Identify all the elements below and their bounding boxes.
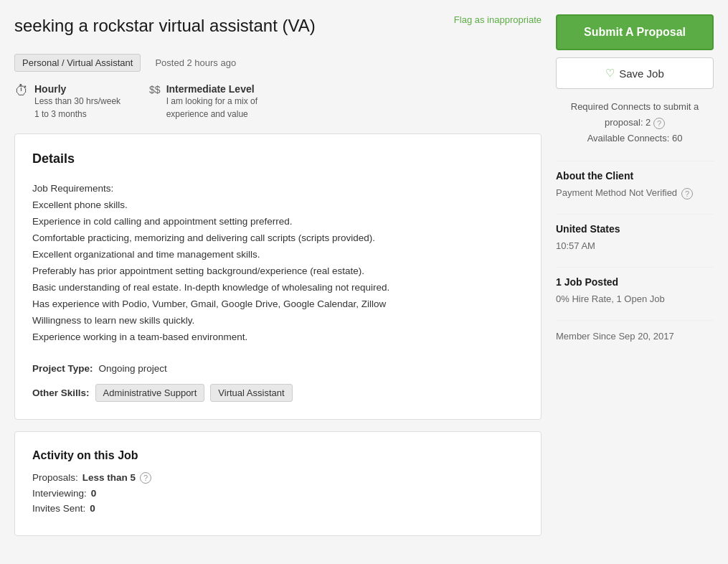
- local-time: 10:57 AM: [556, 239, 714, 254]
- location-section: United States 10:57 AM: [556, 223, 714, 254]
- about-client-title: About the Client: [556, 170, 714, 182]
- project-type-row: Project Type: Ongoing project: [32, 363, 524, 374]
- invites-value: 0: [90, 503, 95, 514]
- activity-card: Activity on this Job Proposals: Less tha…: [14, 431, 542, 536]
- flag-link[interactable]: Flag as inappropriate: [454, 14, 542, 25]
- sidebar: Submit A Proposal ♡ Save Job Required Co…: [556, 14, 714, 536]
- duration-line2: 1 to 3 months: [34, 108, 120, 121]
- submit-proposal-button[interactable]: Submit A Proposal: [556, 14, 714, 50]
- activity-title: Activity on this Job: [32, 449, 524, 462]
- proposals-row: Proposals: Less than 5 ?: [32, 472, 524, 484]
- level-label: Intermediate Level: [166, 83, 257, 95]
- invites-label: Invites Sent:: [32, 503, 85, 514]
- proposals-value: Less than 5: [82, 472, 136, 483]
- level-desc-line1: I am looking for a mix of: [166, 95, 257, 108]
- about-client-section: About the Client Payment Method Not Veri…: [556, 170, 714, 201]
- clock-icon: ⏱: [14, 83, 29, 98]
- job-title: seeking a rockstar virtual assistant (VA…: [14, 14, 316, 37]
- jobs-posted-section: 1 Job Posted 0% Hire Rate, 1 Open Job: [556, 276, 714, 307]
- divider-3: [556, 267, 714, 268]
- job-description: Job Requirements: Excellent phone skills…: [32, 181, 524, 345]
- level-desc-line2: experience and value: [166, 108, 257, 121]
- divider-4: [556, 320, 714, 321]
- project-type-label: Project Type:: [32, 363, 93, 374]
- hourly-label: Hourly: [34, 83, 120, 95]
- heart-icon: ♡: [605, 67, 615, 80]
- proposals-label: Proposals:: [32, 472, 78, 483]
- meta-row: Personal / Virtual Assistant Posted 2 ho…: [14, 54, 542, 72]
- skill-badge-va[interactable]: Virtual Assistant: [210, 384, 292, 402]
- connects-text: Required Connects to submit a proposal: …: [571, 101, 699, 128]
- dollar-icon: $$: [149, 84, 161, 95]
- proposals-help-icon[interactable]: ?: [140, 472, 151, 484]
- details-card: Details Job Requirements: Excellent phon…: [14, 133, 542, 419]
- member-since: Member Since Sep 20, 2017: [556, 329, 714, 344]
- invites-row: Invites Sent: 0: [32, 503, 524, 514]
- duration-line1: Less than 30 hrs/week: [34, 95, 120, 108]
- payment-method: Payment Method Not Verified: [556, 186, 677, 201]
- other-skills-label: Other Skills:: [32, 387, 90, 398]
- job-info-row: ⏱ Hourly Less than 30 hrs/week 1 to 3 mo…: [14, 83, 542, 121]
- member-since-section: Member Since Sep 20, 2017: [556, 329, 714, 344]
- project-type-value: Ongoing project: [99, 363, 167, 374]
- save-job-button[interactable]: ♡ Save Job: [556, 57, 714, 89]
- other-skills-row: Other Skills: Administrative Support Vir…: [32, 384, 524, 402]
- job-level-item: $$ Intermediate Level I am looking for a…: [149, 83, 257, 121]
- available-connects: Available Connects: 60: [587, 133, 683, 144]
- divider-1: [556, 161, 714, 161]
- save-job-label: Save Job: [619, 67, 664, 80]
- jobs-posted-sub: 0% Hire Rate, 1 Open Job: [556, 292, 714, 307]
- posted-time: Posted 2 hours ago: [155, 57, 236, 68]
- interviewing-label: Interviewing:: [32, 488, 87, 499]
- interviewing-row: Interviewing: 0: [32, 488, 524, 499]
- payment-help-icon[interactable]: ?: [681, 188, 693, 199]
- connects-box: Required Connects to submit a proposal: …: [556, 99, 714, 146]
- location-title: United States: [556, 223, 714, 235]
- connects-help-icon[interactable]: ?: [653, 118, 665, 129]
- category-badge: Personal / Virtual Assistant: [14, 54, 141, 72]
- jobs-posted-title: 1 Job Posted: [556, 276, 714, 288]
- details-title: Details: [32, 151, 524, 166]
- divider-2: [556, 214, 714, 215]
- interviewing-value: 0: [91, 488, 97, 499]
- skill-badge-admin[interactable]: Administrative Support: [95, 384, 205, 402]
- job-type-item: ⏱ Hourly Less than 30 hrs/week 1 to 3 mo…: [14, 83, 120, 121]
